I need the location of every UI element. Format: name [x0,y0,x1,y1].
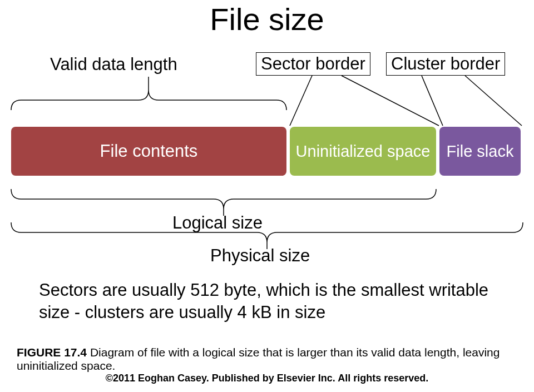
figure-caption-text: Diagram of file with a logical size that… [17,346,500,372]
svg-line-1 [342,76,439,126]
physical-size-label: Physical size [210,246,310,266]
valid-data-length-label: Valid data length [50,54,177,75]
copyright-text: ©2011 Eoghan Casey. Published by Elsevie… [0,373,534,384]
figure-caption: FIGURE 17.4 Diagram of file with a logic… [17,346,517,373]
logical-size-label: Logical size [172,213,263,233]
file-size-bar: File contents Uninitialized space File s… [11,127,523,176]
svg-line-0 [290,76,312,126]
segment-file-slack: File slack [439,127,521,176]
segment-file-contents: File contents [11,127,286,176]
figure-label: FIGURE 17.4 [17,346,87,359]
svg-line-3 [465,76,522,126]
svg-line-2 [422,76,443,126]
sector-border-label: Sector border [256,52,370,76]
cluster-border-label: Cluster border [386,52,505,76]
body-text: Sectors are usually 512 byte, which is t… [39,279,495,323]
segment-uninitialized-space: Uninitialized space [290,127,436,176]
page-title: File size [210,1,324,37]
